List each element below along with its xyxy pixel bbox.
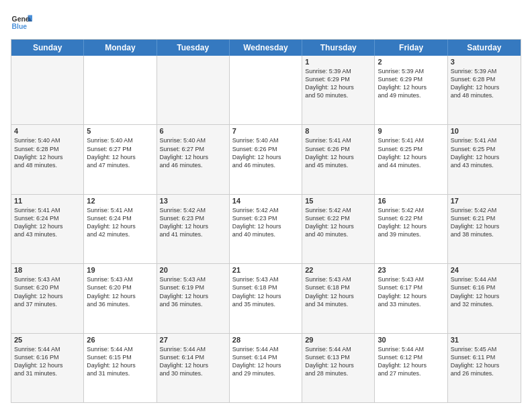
day-number: 15 — [305, 197, 371, 205]
calendar-cell: 11Sunrise: 5:41 AM Sunset: 6:24 PM Dayli… — [11, 195, 84, 263]
header-wednesday: Wednesday — [230, 40, 302, 56]
day-number: 27 — [160, 336, 226, 344]
day-number: 2 — [378, 58, 444, 66]
day-number: 5 — [87, 127, 153, 135]
header-thursday: Thursday — [302, 40, 375, 56]
day-info: Sunrise: 5:40 AM Sunset: 6:28 PM Dayligh… — [14, 136, 81, 169]
calendar-cell: 2Sunrise: 5:39 AM Sunset: 6:29 PM Daylig… — [375, 56, 447, 124]
calendar-row-4: 18Sunrise: 5:43 AM Sunset: 6:20 PM Dayli… — [11, 264, 521, 333]
calendar-row-3: 11Sunrise: 5:41 AM Sunset: 6:24 PM Dayli… — [11, 195, 521, 264]
day-info: Sunrise: 5:41 AM Sunset: 6:24 PM Dayligh… — [87, 206, 153, 239]
calendar-header: Sunday Monday Tuesday Wednesday Thursday… — [11, 40, 521, 56]
day-number: 25 — [14, 336, 81, 344]
day-info: Sunrise: 5:43 AM Sunset: 6:18 PM Dayligh… — [305, 275, 371, 308]
day-info: Sunrise: 5:40 AM Sunset: 6:27 PM Dayligh… — [87, 136, 153, 169]
day-info: Sunrise: 5:42 AM Sunset: 6:22 PM Dayligh… — [305, 206, 371, 239]
day-info: Sunrise: 5:41 AM Sunset: 6:24 PM Dayligh… — [14, 206, 81, 239]
calendar-cell: 18Sunrise: 5:43 AM Sunset: 6:20 PM Dayli… — [11, 264, 84, 332]
day-info: Sunrise: 5:39 AM Sunset: 6:29 PM Dayligh… — [378, 67, 444, 100]
day-number: 3 — [451, 58, 518, 66]
day-info: Sunrise: 5:44 AM Sunset: 6:16 PM Dayligh… — [14, 345, 81, 378]
calendar-body: 1Sunrise: 5:39 AM Sunset: 6:29 PM Daylig… — [11, 56, 521, 402]
calendar-cell: 3Sunrise: 5:39 AM Sunset: 6:28 PM Daylig… — [448, 56, 521, 124]
day-number: 6 — [160, 127, 226, 135]
calendar-cell: 24Sunrise: 5:44 AM Sunset: 6:16 PM Dayli… — [448, 264, 521, 332]
calendar-cell: 31Sunrise: 5:45 AM Sunset: 6:11 PM Dayli… — [448, 334, 521, 402]
calendar-cell: 21Sunrise: 5:43 AM Sunset: 6:18 PM Dayli… — [230, 264, 302, 332]
calendar-cell: 7Sunrise: 5:40 AM Sunset: 6:26 PM Daylig… — [230, 125, 302, 193]
day-number: 24 — [451, 266, 518, 274]
page: General Blue Sunday Monday Tuesday Wedne… — [0, 0, 532, 411]
calendar-cell: 14Sunrise: 5:42 AM Sunset: 6:23 PM Dayli… — [230, 195, 302, 263]
day-info: Sunrise: 5:41 AM Sunset: 6:25 PM Dayligh… — [451, 136, 518, 169]
calendar-cell: 30Sunrise: 5:44 AM Sunset: 6:12 PM Dayli… — [375, 334, 447, 402]
day-info: Sunrise: 5:42 AM Sunset: 6:21 PM Dayligh… — [451, 206, 518, 239]
day-info: Sunrise: 5:43 AM Sunset: 6:20 PM Dayligh… — [14, 275, 81, 308]
day-info: Sunrise: 5:44 AM Sunset: 6:15 PM Dayligh… — [87, 345, 153, 378]
day-info: Sunrise: 5:45 AM Sunset: 6:11 PM Dayligh… — [451, 345, 518, 378]
header-saturday: Saturday — [448, 40, 521, 56]
calendar-cell: 29Sunrise: 5:44 AM Sunset: 6:13 PM Dayli… — [302, 334, 375, 402]
calendar-cell: 17Sunrise: 5:42 AM Sunset: 6:21 PM Dayli… — [448, 195, 521, 263]
calendar-cell: 23Sunrise: 5:43 AM Sunset: 6:17 PM Dayli… — [375, 264, 447, 332]
day-info: Sunrise: 5:44 AM Sunset: 6:14 PM Dayligh… — [160, 345, 226, 378]
calendar-cell: 10Sunrise: 5:41 AM Sunset: 6:25 PM Dayli… — [448, 125, 521, 193]
calendar-cell: 22Sunrise: 5:43 AM Sunset: 6:18 PM Dayli… — [302, 264, 375, 332]
day-number: 12 — [87, 197, 153, 205]
day-number: 26 — [87, 336, 153, 344]
calendar-cell — [11, 56, 84, 124]
svg-text:Blue: Blue — [12, 23, 28, 30]
day-number: 22 — [305, 266, 371, 274]
calendar-row-5: 25Sunrise: 5:44 AM Sunset: 6:16 PM Dayli… — [11, 334, 521, 402]
day-number: 30 — [378, 336, 444, 344]
day-number: 21 — [232, 266, 299, 274]
day-number: 11 — [14, 197, 81, 205]
calendar-row-2: 4Sunrise: 5:40 AM Sunset: 6:28 PM Daylig… — [11, 125, 521, 194]
header: General Blue — [11, 11, 521, 32]
day-info: Sunrise: 5:41 AM Sunset: 6:26 PM Dayligh… — [305, 136, 371, 169]
calendar-cell — [84, 56, 157, 124]
calendar-cell: 8Sunrise: 5:41 AM Sunset: 6:26 PM Daylig… — [302, 125, 375, 193]
calendar-cell: 19Sunrise: 5:43 AM Sunset: 6:20 PM Dayli… — [84, 264, 157, 332]
day-info: Sunrise: 5:43 AM Sunset: 6:18 PM Dayligh… — [232, 275, 299, 308]
calendar-cell: 4Sunrise: 5:40 AM Sunset: 6:28 PM Daylig… — [11, 125, 84, 193]
day-number: 17 — [451, 197, 518, 205]
day-info: Sunrise: 5:42 AM Sunset: 6:23 PM Dayligh… — [160, 206, 226, 239]
day-info: Sunrise: 5:44 AM Sunset: 6:13 PM Dayligh… — [305, 345, 371, 378]
calendar-cell: 9Sunrise: 5:41 AM Sunset: 6:25 PM Daylig… — [375, 125, 447, 193]
header-tuesday: Tuesday — [157, 40, 230, 56]
calendar-cell — [230, 56, 302, 124]
day-number: 10 — [451, 127, 518, 135]
day-number: 8 — [305, 127, 371, 135]
calendar-cell: 5Sunrise: 5:40 AM Sunset: 6:27 PM Daylig… — [84, 125, 157, 193]
day-info: Sunrise: 5:43 AM Sunset: 6:19 PM Dayligh… — [160, 275, 226, 308]
header-monday: Monday — [84, 40, 157, 56]
logo: General Blue — [11, 11, 32, 32]
calendar-cell: 20Sunrise: 5:43 AM Sunset: 6:19 PM Dayli… — [157, 264, 230, 332]
calendar-cell: 26Sunrise: 5:44 AM Sunset: 6:15 PM Dayli… — [84, 334, 157, 402]
day-number: 7 — [232, 127, 299, 135]
day-number: 13 — [160, 197, 226, 205]
day-number: 14 — [232, 197, 299, 205]
day-info: Sunrise: 5:41 AM Sunset: 6:25 PM Dayligh… — [378, 136, 444, 169]
day-number: 19 — [87, 266, 153, 274]
day-info: Sunrise: 5:42 AM Sunset: 6:23 PM Dayligh… — [232, 206, 299, 239]
day-number: 1 — [305, 58, 371, 66]
header-sunday: Sunday — [11, 40, 84, 56]
day-number: 4 — [14, 127, 81, 135]
calendar-cell: 27Sunrise: 5:44 AM Sunset: 6:14 PM Dayli… — [157, 334, 230, 402]
day-number: 20 — [160, 266, 226, 274]
day-info: Sunrise: 5:40 AM Sunset: 6:27 PM Dayligh… — [160, 136, 226, 169]
day-info: Sunrise: 5:42 AM Sunset: 6:22 PM Dayligh… — [378, 206, 444, 239]
day-info: Sunrise: 5:40 AM Sunset: 6:26 PM Dayligh… — [232, 136, 299, 169]
calendar-cell: 16Sunrise: 5:42 AM Sunset: 6:22 PM Dayli… — [375, 195, 447, 263]
day-info: Sunrise: 5:43 AM Sunset: 6:17 PM Dayligh… — [378, 275, 444, 308]
day-number: 16 — [378, 197, 444, 205]
day-info: Sunrise: 5:44 AM Sunset: 6:12 PM Dayligh… — [378, 345, 444, 378]
calendar-cell: 1Sunrise: 5:39 AM Sunset: 6:29 PM Daylig… — [302, 56, 375, 124]
calendar-cell: 28Sunrise: 5:44 AM Sunset: 6:14 PM Dayli… — [230, 334, 302, 402]
calendar-cell: 13Sunrise: 5:42 AM Sunset: 6:23 PM Dayli… — [157, 195, 230, 263]
calendar-row-1: 1Sunrise: 5:39 AM Sunset: 6:29 PM Daylig… — [11, 56, 521, 125]
day-info: Sunrise: 5:44 AM Sunset: 6:14 PM Dayligh… — [232, 345, 299, 378]
calendar: Sunday Monday Tuesday Wednesday Thursday… — [11, 39, 521, 403]
